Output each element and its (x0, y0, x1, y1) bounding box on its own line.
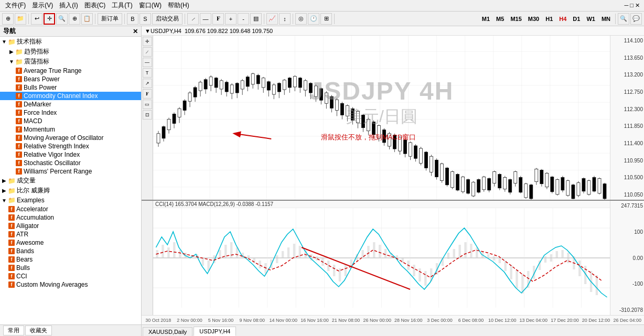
tab-xauusd[interactable]: XAUUSD,Daily (143, 327, 192, 336)
clock-btn[interactable]: 🕐 (308, 13, 319, 25)
svg-rect-50 (220, 81, 223, 89)
tree-item-bears2[interactable]: f Bears (0, 255, 141, 264)
tf-m1[interactable]: M1 (479, 14, 492, 24)
tree-item-cma[interactable]: f Custom Moving Averages (0, 280, 141, 289)
tree-item-force[interactable]: f Force Index (0, 109, 141, 117)
line-btn[interactable]: ⟋ (187, 13, 199, 25)
new-btn[interactable]: ⊕ (2, 13, 14, 25)
tree-item-stoch[interactable]: f Stochastic Oscillator (0, 159, 141, 167)
tree-item-macd[interactable]: f MACD (0, 117, 141, 125)
tree-item-cci[interactable]: f Commodity Channel Index (0, 92, 141, 100)
menu-window[interactable]: 窗口(W) (136, 1, 165, 10)
tree-item-examples[interactable]: ▼ 📁 Examples (0, 196, 141, 205)
undo-btn[interactable]: ↩ (31, 13, 42, 25)
tick-btn[interactable]: ↕ (279, 13, 291, 25)
period-btn[interactable]: 📋 (81, 13, 93, 25)
fib-btn[interactable]: 𝐅 (212, 13, 224, 25)
svg-rect-261 (402, 258, 404, 263)
line-tool[interactable]: ⟋ (143, 47, 152, 57)
footer-tab-normal[interactable]: 常用 (3, 326, 24, 335)
tree-item-rsi[interactable]: f Relative Strength Index (0, 142, 141, 150)
tree-item-alligator[interactable]: f Alligator (0, 222, 141, 230)
hline-tool[interactable]: — (143, 58, 152, 67)
open-btn[interactable]: 📁 (15, 13, 26, 25)
tree-item-accelerator[interactable]: f Accelerator (0, 205, 141, 213)
circle-btn[interactable]: ◎ (295, 13, 307, 25)
indicator-icon-bears: f (16, 76, 22, 82)
footer-tab-favorites[interactable]: 收藏夹 (25, 326, 52, 335)
tree-item-willpct[interactable]: f Williams' Percent Range (0, 167, 141, 176)
tree-item-bands[interactable]: f Bands (0, 247, 141, 255)
tab-usdjpy[interactable]: USDJPY,H4 (194, 327, 236, 336)
crosshair-btn[interactable]: ⊕ (69, 13, 80, 25)
tree-item-bulls-power[interactable]: f Bulls Power (0, 83, 141, 92)
arrow-tool[interactable]: ↗ (143, 79, 152, 88)
tf-h1[interactable]: H1 (543, 14, 555, 24)
search-btn[interactable]: 🔍 (618, 13, 629, 25)
tf-m15[interactable]: M15 (508, 14, 524, 24)
svg-rect-269 (447, 253, 449, 259)
tree-item-accumulation[interactable]: f Accumulation (0, 213, 141, 222)
menu-insert[interactable]: 插入(I) (56, 1, 81, 10)
tree-item-avg-true-range[interactable]: f Average True Range (0, 67, 141, 75)
tree-label-bulls2: Bulls (16, 264, 30, 272)
text-tool[interactable]: T (143, 68, 152, 78)
cursor-btn[interactable]: ✛ (44, 13, 55, 25)
grid-btn[interactable]: ⊞ (320, 13, 332, 25)
svg-rect-152 (488, 179, 491, 190)
tree-item-trend[interactable]: ▶ 📁 趋势指标 (0, 47, 141, 57)
tree-item-volume[interactable]: ▶ 📁 成交量 (0, 176, 141, 186)
menu-file[interactable]: 文件(F) (2, 1, 29, 10)
tf-h4[interactable]: H4 (556, 14, 569, 24)
crosshair-tool[interactable]: ✛ (143, 37, 152, 46)
svg-rect-226 (202, 258, 204, 266)
bottom-chart-canvas[interactable]: CCI(14) 165.3704 MACD(12,26,9) -0.0388 -… (153, 201, 610, 315)
tf-mn[interactable]: MN (599, 14, 613, 24)
zoom-btn[interactable]: 🔍 (56, 13, 68, 25)
tree-item-cci2[interactable]: f CCI (0, 272, 141, 280)
svg-rect-270 (453, 249, 455, 258)
zoom-in-btn[interactable]: + (225, 13, 237, 25)
hline-btn[interactable]: — (200, 13, 211, 25)
menu-tools[interactable]: 工具(T) (109, 1, 135, 10)
buy-btn[interactable]: B (127, 13, 138, 25)
chart-props-btn[interactable]: ▤ (250, 13, 262, 25)
tree-item-rvi[interactable]: f Relative Vigor Index (0, 150, 141, 159)
new-order-btn[interactable]: 新订单 (98, 13, 122, 25)
indicator-icon-acc: f (8, 206, 15, 212)
tf-d1[interactable]: D1 (570, 14, 583, 24)
sidebar-close[interactable]: ✕ (133, 28, 138, 35)
tree-item-atr2[interactable]: f ATR (0, 230, 141, 239)
tree-item-bears-power[interactable]: f Bears Power (0, 75, 141, 83)
main-chart-canvas[interactable]: JSDJPY 4H 美元/日圓 滑鼠按住不放，拖到MACD窗口 (153, 36, 610, 200)
zoom-out-btn[interactable]: - (238, 13, 249, 25)
svg-rect-258 (384, 249, 387, 258)
mag-tool[interactable]: ⊡ (143, 110, 152, 120)
svg-rect-222 (179, 250, 181, 258)
svg-rect-126 (420, 148, 423, 163)
menu-help[interactable]: 帮助(H) (165, 1, 192, 10)
tree-item-bulls2[interactable]: f Bulls (0, 264, 141, 272)
tree-label-acc: Accelerator (16, 205, 48, 213)
fib-tool[interactable]: 𝐅 (143, 89, 152, 99)
sell-btn[interactable]: S (139, 13, 151, 25)
svg-rect-263 (413, 265, 415, 276)
svg-rect-94 (335, 100, 338, 110)
msg-btn[interactable]: 💬 (630, 13, 642, 25)
tf-w1[interactable]: W1 (584, 14, 598, 24)
tree-item-williams[interactable]: ▶ 📁 比尔 威廉姆 (0, 186, 141, 196)
auto-trade-btn[interactable]: 启动交易 (152, 13, 183, 25)
tree-item-demarker[interactable]: f DeMarker (0, 100, 141, 109)
tf-m30[interactable]: M30 (525, 14, 542, 24)
tf-m5[interactable]: M5 (493, 14, 507, 24)
tree-item-technical[interactable]: ▼ 📁 技术指标 (0, 37, 141, 47)
tree-item-oscillator[interactable]: ▼ 📁 震荡指标 (0, 57, 141, 67)
tree-item-mao[interactable]: f Moving Average of Oscillator (0, 134, 141, 142)
menu-chart[interactable]: 图表(C) (81, 1, 109, 10)
tree-item-momentum[interactable]: f Momentum (0, 125, 141, 134)
indicator-btn[interactable]: 📈 (266, 13, 278, 25)
rect-tool[interactable]: ▭ (143, 100, 152, 109)
menu-view[interactable]: 显示(V) (29, 1, 56, 10)
svg-rect-38 (188, 93, 191, 101)
tree-item-awesome[interactable]: f Awesome (0, 239, 141, 247)
